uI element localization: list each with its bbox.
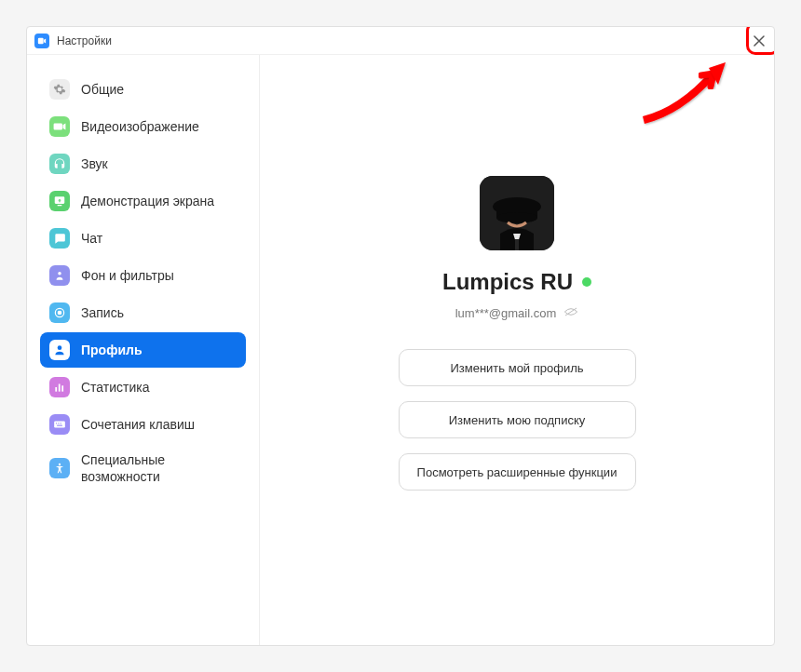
sidebar: Общие Видеоизображение Звук Демонстрация… [27, 55, 260, 645]
svg-point-1 [58, 272, 61, 276]
svg-line-19 [565, 308, 577, 316]
sidebar-item-audio[interactable]: Звук [40, 146, 246, 181]
edit-profile-button[interactable]: Изменить мой профиль [399, 349, 636, 386]
close-button[interactable] [750, 32, 768, 50]
reveal-email-icon[interactable] [563, 304, 578, 321]
sidebar-item-label: Общие [81, 81, 124, 98]
svg-rect-10 [58, 423, 59, 423]
sidebar-item-recording[interactable]: Запись [40, 295, 246, 330]
button-label: Изменить мой профиль [450, 361, 583, 375]
sidebar-item-label: Сочетания клавиш [81, 416, 195, 433]
svg-rect-6 [59, 384, 61, 392]
sidebar-item-profile[interactable]: Профиль [40, 332, 246, 368]
svg-rect-12 [57, 425, 62, 426]
keyboard-icon [49, 414, 70, 435]
sidebar-item-label: Демонстрация экрана [81, 193, 214, 209]
record-icon [49, 302, 70, 323]
svg-rect-8 [54, 422, 65, 428]
profile-panel: Lumpics RU lum***@gmail.com Изменить мой… [260, 55, 774, 645]
display-name: Lumpics RU [442, 269, 573, 295]
sidebar-item-video[interactable]: Видеоизображение [40, 109, 246, 144]
svg-point-17 [496, 212, 537, 223]
sidebar-item-label: Специальные возможности [81, 451, 237, 485]
accessibility-icon [49, 458, 70, 478]
content-area: Общие Видеоизображение Звук Демонстрация… [27, 55, 774, 645]
button-label: Посмотреть расширенные функции [417, 465, 618, 479]
sidebar-item-share[interactable]: Демонстрация экрана [40, 183, 246, 219]
chat-icon [49, 228, 70, 249]
window-title: Настройки [57, 34, 112, 47]
app-icon [34, 34, 49, 48]
settings-window: Настройки Общие Видеоизображение [26, 26, 775, 646]
avatar[interactable] [480, 176, 554, 250]
share-screen-icon [49, 191, 70, 211]
sidebar-item-label: Видеоизображение [81, 118, 199, 135]
sidebar-item-chat[interactable]: Чат [40, 221, 246, 256]
presence-indicator [582, 277, 591, 287]
titlebar: Настройки [27, 27, 774, 55]
video-icon [49, 116, 70, 137]
email-row: lum***@gmail.com [455, 304, 579, 321]
svg-rect-9 [56, 423, 57, 423]
name-row: Lumpics RU [442, 269, 591, 295]
button-label: Изменить мою подписку [449, 413, 586, 427]
sidebar-item-label: Фон и фильтры [81, 267, 174, 284]
statistics-icon [49, 377, 70, 397]
sidebar-item-background[interactable]: Фон и фильтры [40, 258, 246, 293]
sidebar-item-label: Профиль [81, 342, 143, 358]
headphones-icon [49, 154, 70, 174]
sidebar-item-label: Запись [81, 304, 124, 321]
sidebar-item-general[interactable]: Общие [40, 72, 246, 107]
svg-point-3 [58, 311, 61, 315]
svg-rect-18 [515, 239, 519, 250]
gear-icon [49, 79, 70, 100]
svg-rect-11 [61, 423, 61, 423]
svg-point-13 [59, 464, 61, 465]
svg-rect-5 [55, 387, 57, 392]
sidebar-item-statistics[interactable]: Статистика [40, 370, 246, 405]
sidebar-item-shortcuts[interactable]: Сочетания клавиш [40, 407, 246, 442]
sidebar-item-label: Статистика [81, 379, 150, 396]
svg-rect-7 [61, 385, 63, 391]
profile-icon [49, 340, 70, 360]
change-subscription-button[interactable]: Изменить мою подписку [399, 401, 636, 438]
sidebar-item-accessibility[interactable]: Специальные возможности [40, 444, 246, 492]
svg-point-4 [58, 345, 62, 350]
email-text: lum***@gmail.com [455, 306, 557, 320]
sidebar-item-label: Звук [81, 155, 108, 172]
view-advanced-button[interactable]: Посмотреть расширенные функции [399, 453, 636, 491]
background-icon [49, 265, 70, 286]
sidebar-item-label: Чат [81, 230, 102, 247]
